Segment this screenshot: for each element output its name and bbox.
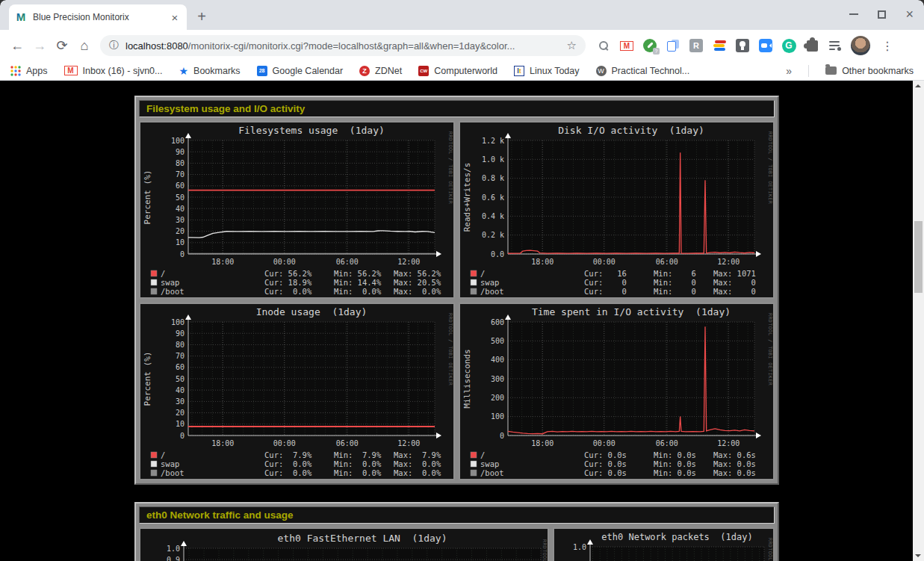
legend-label: /: [161, 269, 165, 278]
x-tick-label: 06:00: [336, 439, 359, 447]
bookmark-star-icon[interactable]: ☆: [567, 39, 577, 52]
bookmark-linux-today[interactable]: lt Linux Today: [514, 66, 580, 76]
rakuten-icon[interactable]: R: [689, 38, 704, 53]
bookmark-practical-technology[interactable]: W Practical Technol...: [596, 66, 690, 76]
y-tick-label: 80: [176, 159, 185, 167]
bookmark-computerworld[interactable]: CW Computerworld: [418, 66, 497, 76]
scrollbar-thumb[interactable]: [914, 221, 923, 293]
bookmark-label: Bookmarks: [193, 66, 241, 76]
bookmark-label: Practical Technol...: [612, 66, 690, 76]
legend-max: Max: 0.0%: [394, 468, 441, 477]
reload-button[interactable]: ⟳: [51, 34, 73, 57]
browser-tab[interactable]: M Blue Precision Monitorix ×: [9, 4, 187, 30]
legend-cur: Cur: 0.0%: [264, 459, 312, 468]
chart-title: eth0 FastEthernet LAN (1day): [278, 533, 447, 544]
legend-cur: Cur: 0.0%: [264, 287, 312, 296]
chart-title: Filesystems usage (1day): [238, 125, 385, 136]
forward-button[interactable]: →: [28, 34, 51, 57]
y-axis-label: Percent (%): [143, 352, 152, 406]
x-tick-label: 12:00: [717, 439, 739, 447]
chart-title: Inode usage (1day): [256, 306, 368, 317]
zoom-meeting-icon[interactable]: [758, 38, 773, 53]
legend-min: Min: 7.9%: [334, 450, 382, 459]
y-tick-label: 1.0 k: [482, 155, 504, 164]
rrdtool-watermark: RRDTOOL / TOBI OETIKER: [767, 538, 773, 561]
x-tick-label: 18:00: [531, 258, 554, 266]
menu-kebab-icon[interactable]: ⋮: [878, 39, 896, 53]
bookmark-zdnet[interactable]: Z ZDNet: [359, 66, 402, 76]
y-tick-label: 0.4 k: [482, 212, 504, 220]
copy-pages-icon[interactable]: [666, 38, 680, 53]
chart-svg: 1.00.9eth0 FastEthernet LAN (1day)RRDTOO…: [140, 529, 548, 561]
y-tick-label: 60: [176, 363, 185, 371]
lamp-extension-icon[interactable]: [735, 38, 750, 53]
extensions-row: M ? R G ⋮: [596, 36, 896, 55]
bookmarks-overflow-chevron[interactable]: »: [786, 65, 792, 77]
bookmark-label: Apps: [26, 66, 48, 76]
legend-label: /boot: [161, 468, 185, 477]
chart-svg: 100908070605040302010018:0000:0006:0012:…: [140, 123, 453, 297]
legend-cur: Cur: 0.0s: [584, 450, 627, 459]
legend-min: Min: 0.0%: [334, 287, 382, 296]
folder-icon: [825, 66, 837, 75]
x-tick-label: 06:00: [656, 439, 678, 447]
home-button[interactable]: ⌂: [73, 34, 96, 57]
maximize-icon[interactable]: [878, 10, 886, 19]
scrollbar-down-icon[interactable]: [915, 554, 921, 557]
new-tab-button[interactable]: +: [191, 6, 212, 27]
legend-min: Min: 0.0%: [334, 468, 382, 477]
chart-title: eth0 Network packets (1day): [601, 532, 752, 542]
y-tick-label: 20: [176, 227, 185, 235]
chart-eth0-packets[interactable]: 1.0eth0 Network packets (1day)Packets/sR…: [553, 527, 775, 561]
y-tick-label: 90: [176, 329, 185, 338]
wordpress-icon: W: [596, 66, 607, 76]
search-extension-icon[interactable]: [596, 38, 611, 53]
minimize-icon[interactable]: [849, 13, 858, 15]
chart-inode-usage[interactable]: 100908070605040302010018:0000:0006:0012:…: [139, 303, 455, 480]
close-icon[interactable]: ×: [905, 7, 914, 21]
bookmark-label: Linux Today: [530, 66, 580, 76]
scrollbar-track[interactable]: [913, 81, 924, 561]
page-info-icon[interactable]: ⓘ: [109, 39, 119, 52]
gmail-extension-icon[interactable]: M: [619, 38, 634, 53]
browser-titlebar: M Blue Precision Monitorix × + ×: [0, 0, 924, 30]
y-tick-label: 0.0: [491, 250, 504, 258]
bookmark-google-calendar[interactable]: 28 Google Calendar: [257, 66, 344, 76]
grammarly-icon[interactable]: G: [781, 38, 796, 53]
y-tick-label: 10: [176, 238, 185, 247]
bookmark-apps[interactable]: Apps: [10, 66, 48, 76]
y-tick-label: 0.2 k: [482, 231, 504, 239]
chart-filesystems-usage[interactable]: 100908070605040302010018:0000:0006:0012:…: [139, 121, 455, 299]
monitorix-favicon-icon: M: [15, 11, 27, 23]
playlist-icon[interactable]: [828, 38, 843, 53]
legend-min: Min: 0.0%: [334, 459, 382, 468]
back-button[interactable]: ←: [6, 34, 28, 57]
y-tick-label: 0: [180, 250, 185, 258]
other-bookmarks-button[interactable]: Other bookmarks: [825, 66, 914, 76]
bookmark-bookmarks[interactable]: ★ Bookmarks: [179, 65, 241, 77]
y-axis-label: Percent (%): [143, 170, 152, 225]
legend-min: Min: 14.4%: [334, 278, 382, 287]
chart-time-spent-io[interactable]: 600500400300200100018:0000:0006:0012:00T…: [459, 303, 775, 480]
books-stack-icon[interactable]: [712, 38, 727, 53]
extensions-puzzle-icon[interactable]: [804, 38, 819, 53]
chart-disk-io-activity[interactable]: 1.2 k1.0 k0.8 k0.6 k0.4 k0.2 k0.018:0000…: [459, 121, 775, 299]
scrollbar-up-icon[interactable]: [915, 84, 921, 87]
legend-max: Max: 0.0%: [394, 459, 441, 468]
tab-close-icon[interactable]: ×: [169, 11, 181, 24]
bookmark-label: Computerworld: [434, 66, 497, 76]
y-tick-label: 300: [491, 375, 504, 383]
legend-label: swap: [161, 278, 179, 287]
y-axis-label: Reads+Writes/s: [462, 163, 472, 232]
y-tick-label: 500: [491, 337, 504, 345]
chart-eth0-traffic[interactable]: 1.00.9eth0 FastEthernet LAN (1day)RRDTOO…: [139, 527, 549, 561]
google-voice-icon[interactable]: ?: [642, 38, 657, 53]
url-host: localhost:8080: [125, 40, 188, 52]
legend-cur: Cur: 7.9%: [264, 450, 312, 459]
address-bar[interactable]: ⓘ localhost:8080/monitorix-cgi/monitorix…: [100, 35, 586, 56]
legend-cur: Cur: 0.0%: [264, 468, 312, 477]
profile-avatar[interactable]: [851, 36, 870, 55]
y-tick-label: 1.0: [167, 545, 180, 553]
bookmark-inbox[interactable]: M Inbox (16) - sjvn0...: [64, 66, 163, 76]
rrdtool-watermark: RRDTOOL / TOBI OETIKER: [447, 313, 453, 385]
